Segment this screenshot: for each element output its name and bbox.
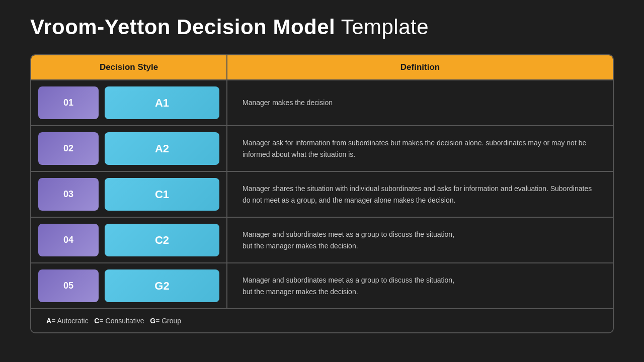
row-left-3: 03 C1 <box>31 172 227 217</box>
definition-2: Manager ask for information from subordi… <box>243 137 598 160</box>
style-badge-4: C2 <box>105 224 219 256</box>
table-row: 01 A1 Manager makes the decision <box>31 79 613 125</box>
row-right-5: Manager and subordinates meet as a group… <box>227 263 613 308</box>
definition-4: Manager and subordinates meet as a group… <box>243 229 454 251</box>
row-left-1: 01 A1 <box>31 80 227 125</box>
col1-header: Decision Style <box>31 55 227 79</box>
table-row: 02 A2 Manager ask for information from s… <box>31 125 613 171</box>
row-right-3: Manager shares the situation with indivi… <box>227 172 613 217</box>
style-badge-1: A1 <box>105 86 219 119</box>
definition-1: Manager makes the decision <box>243 97 333 108</box>
num-badge-4: 04 <box>38 224 99 256</box>
num-badge-3: 03 <box>38 178 99 211</box>
footer-text: A= Autocratic C= Consultative G= Group <box>46 317 181 325</box>
style-badge-2: A2 <box>105 132 219 165</box>
num-badge-5: 05 <box>38 269 99 302</box>
num-badge-2: 02 <box>38 132 99 165</box>
style-badge-5: G2 <box>105 269 219 302</box>
page-title: Vroom-Yetton Decision Model Template <box>30 15 429 39</box>
row-left-5: 05 G2 <box>31 263 227 308</box>
table-row: 03 C1 Manager shares the situation with … <box>31 171 613 217</box>
row-right-2: Manager ask for information from subordi… <box>227 126 613 171</box>
table-footer: A= Autocratic C= Consultative G= Group <box>31 308 613 332</box>
row-left-2: 02 A2 <box>31 126 227 171</box>
table-row: 04 C2 Manager and subordinates meet as a… <box>31 217 613 262</box>
definition-3: Manager shares the situation with indivi… <box>243 183 598 206</box>
row-right-4: Manager and subordinates meet as a group… <box>227 218 613 262</box>
table-header: Decision Style Definition <box>31 55 613 79</box>
definition-5: Manager and subordinates meet as a group… <box>243 275 454 297</box>
num-badge-1: 01 <box>38 86 99 119</box>
main-table: Decision Style Definition 01 A1 Manager … <box>30 54 614 333</box>
style-badge-3: C1 <box>105 178 219 211</box>
row-right-1: Manager makes the decision <box>227 80 613 125</box>
table-row: 05 G2 Manager and subordinates meet as a… <box>31 262 613 308</box>
row-left-4: 04 C2 <box>31 218 227 262</box>
col2-header: Definition <box>227 55 613 79</box>
